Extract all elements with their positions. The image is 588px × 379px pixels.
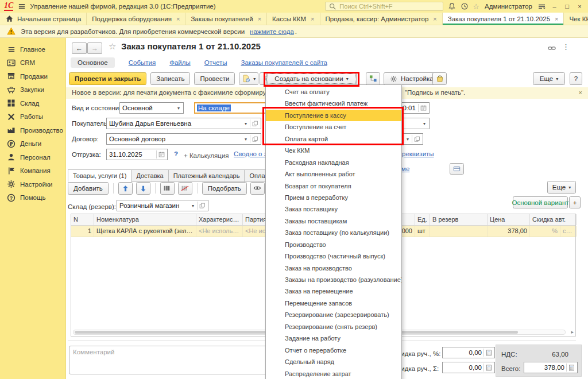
sidebar-item-works[interactable]: Работы — [0, 110, 65, 124]
sidebar-item-crm[interactable]: CRM — [0, 56, 65, 70]
sidebar-item-company[interactable]: Компания — [0, 164, 65, 178]
menu-item-3[interactable]: Поступление на счет — [266, 121, 401, 133]
notifications-bell-icon[interactable] — [447, 2, 456, 11]
app-tab-2[interactable]: Заказы покупателей× — [185, 13, 267, 25]
save-button[interactable]: Записать — [150, 72, 190, 85]
nav-files[interactable]: Файлы — [169, 59, 191, 66]
table-cell[interactable]: сумма — [560, 226, 577, 237]
calculation-label[interactable]: + Калькуляция — [184, 150, 229, 161]
nav-main[interactable]: Основное — [71, 57, 115, 68]
sidebar-item-help[interactable]: ?Помощь — [0, 191, 65, 205]
menu-item-20[interactable]: Резервирование (снять резерв) — [266, 321, 401, 332]
open-item-icon[interactable] — [197, 202, 206, 210]
calculator-icon[interactable] — [566, 363, 575, 372]
favorites-star-icon[interactable]: ☆ — [473, 2, 479, 11]
app-tab-1[interactable]: Поддержка оборудования× — [87, 13, 185, 25]
menu-item-18[interactable]: Перемещение запасов — [266, 297, 401, 309]
calendar-icon[interactable] — [418, 104, 427, 112]
table-cell[interactable]: шт — [415, 226, 430, 237]
app-tab-4[interactable]: Продажа, кассир: Администратор× — [320, 13, 443, 25]
menu-item-8[interactable]: Возврат от покупателя — [266, 180, 401, 192]
nav-reports[interactable]: Отчеты — [204, 59, 227, 66]
menu-item-21[interactable]: Задание на работу — [266, 332, 401, 344]
menu-item-10[interactable]: Заказ поставщику — [266, 203, 401, 215]
sidebar-item-sales[interactable]: Продажи — [0, 69, 65, 83]
tab-close-icon[interactable]: × — [176, 16, 180, 22]
menu-item-12[interactable]: Заказ поставщику (по калькуляции) — [266, 227, 401, 238]
service-menu-icon[interactable] — [537, 2, 546, 11]
move-down-button[interactable] — [136, 182, 150, 195]
menu-item-15[interactable]: Заказ на производство — [266, 262, 401, 274]
nav-site-orders[interactable]: Заказы покупателей с сайта — [241, 59, 327, 66]
menu-item-16[interactable]: Заказы на производство (разузлование) — [266, 274, 401, 285]
menu-item-9[interactable]: Прием в переработку — [266, 192, 401, 203]
page-tab-1[interactable]: Доставка — [131, 169, 168, 182]
add-variant-button[interactable]: + — [569, 196, 581, 208]
global-search-input[interactable]: Поиск Ctrl+Shift+F — [325, 2, 443, 11]
forward-button[interactable]: → — [87, 42, 102, 54]
discount-pct-input[interactable]: 0,00 — [442, 347, 495, 358]
move-up-button[interactable] — [118, 182, 133, 195]
open-item-icon[interactable] — [412, 135, 420, 143]
shipment-date-field[interactable]: 31.10.2025 — [106, 149, 168, 160]
open-item-icon[interactable] — [250, 135, 258, 143]
sidebar-item-warehouse[interactable]: Склад — [0, 96, 65, 110]
close-window-button[interactable]: × — [575, 3, 584, 10]
page-tab-2[interactable]: Платежный календарь — [169, 169, 245, 182]
main-menu-burger-icon[interactable] — [17, 2, 26, 11]
shipment-help-mark[interactable]: ? — [174, 150, 178, 157]
calculator-icon[interactable] — [483, 363, 492, 372]
form-more-button[interactable]: Еще▾ — [533, 72, 565, 85]
discounts-bag-button[interactable] — [432, 72, 447, 85]
sidebar-item-burger[interactable]: Главное — [0, 42, 65, 56]
form-more-kebab-icon[interactable]: ⋮ — [562, 42, 570, 51]
contract-field[interactable]: Основной договор▾ — [106, 133, 261, 145]
menu-item-22[interactable]: Отчет о переработке — [266, 345, 401, 356]
add-row-button[interactable]: Добавить — [68, 182, 109, 195]
tab-close-icon[interactable]: × — [258, 16, 261, 22]
menu-item-5[interactable]: Чек ККМ — [266, 145, 401, 156]
state-combo[interactable]: На складе — [194, 102, 266, 114]
menu-item-24[interactable]: Распределение затрат — [266, 368, 401, 379]
menu-item-13[interactable]: Производство — [266, 239, 401, 250]
menu-item-1[interactable]: Ввести фактический платеж — [266, 98, 401, 109]
maximize-button[interactable]: □ — [563, 3, 571, 10]
kind-combo[interactable]: Основной▾ — [119, 102, 184, 114]
create-based-on-button[interactable]: Создать на основании▾ — [266, 72, 357, 85]
current-user[interactable]: Администратор — [483, 3, 533, 10]
all-details-link[interactable]: реквизиты — [402, 150, 434, 157]
help-button[interactable]: ? — [570, 72, 582, 85]
menu-item-2[interactable]: Поступление в кассу — [266, 110, 401, 121]
barcode-button[interactable] — [160, 182, 175, 195]
buy-license-link[interactable]: нажмите сюда — [250, 28, 294, 35]
menu-item-14[interactable]: Производство (частичный выпуск) — [266, 250, 401, 262]
menu-item-0[interactable]: Счет на оплату — [266, 86, 401, 98]
partial-link[interactable]: ме — [401, 165, 409, 172]
table-cell[interactable]: 378,00 — [488, 226, 530, 237]
table-cell[interactable]: % — [530, 226, 560, 237]
discount-sum-input[interactable]: 0,00 — [442, 362, 495, 373]
scroll-right-arrow-icon[interactable]: ▸ — [571, 330, 574, 335]
app-tab-5[interactable]: Заказ покупателя 1 от 21.10.2025× — [443, 13, 564, 25]
barcode-scanner-button[interactable] — [178, 182, 192, 195]
app-tab-6[interactable]: Чек ККМ (создание) *× — [564, 13, 588, 25]
tab-close-icon[interactable]: × — [433, 16, 436, 22]
nav-events[interactable]: События — [129, 59, 156, 66]
app-tab-3[interactable]: Кассы ККМ× — [267, 13, 320, 25]
get-link-icon[interactable] — [547, 44, 556, 52]
menu-item-7[interactable]: Акт выполненных работ — [266, 168, 401, 180]
sidebar-item-purchases[interactable]: Закупки — [0, 83, 65, 97]
menu-item-23[interactable]: Сдельный наряд — [266, 356, 401, 368]
post-button[interactable]: Провести — [194, 72, 235, 85]
menu-item-11[interactable]: Заказы поставщикам — [266, 215, 401, 227]
page-tab-0[interactable]: Товары, услуги (1) — [68, 169, 131, 182]
menu-item-6[interactable]: Расходная накладная — [266, 157, 401, 168]
table-cell[interactable]: <Не используется> — [196, 226, 243, 237]
pick-items-button[interactable]: Подобрать — [202, 182, 247, 195]
app-tab-0[interactable]: Начальная страница — [0, 13, 87, 25]
back-button[interactable]: ← — [72, 42, 87, 54]
payment-card-button[interactable] — [450, 163, 464, 175]
open-item-icon[interactable] — [250, 119, 258, 127]
settings-button[interactable]: Настройка — [384, 72, 439, 85]
notice-close-icon[interactable]: × — [579, 89, 582, 96]
